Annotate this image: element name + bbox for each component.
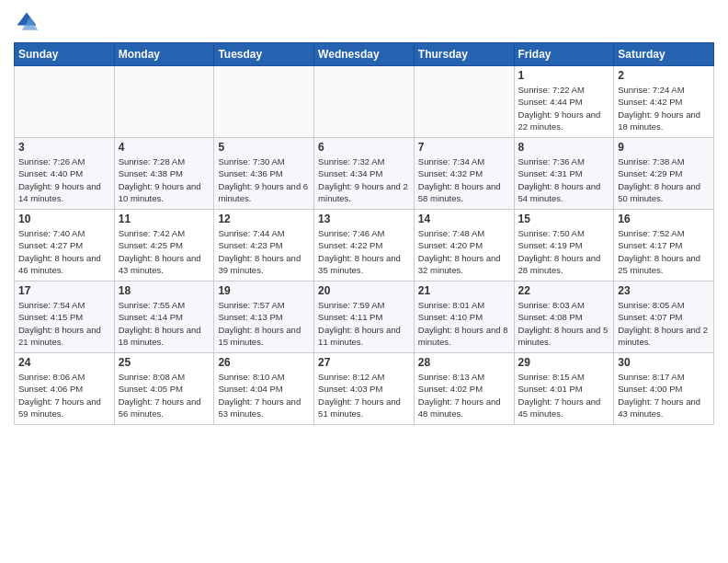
day-info: Sunrise: 7:32 AM Sunset: 4:34 PM Dayligh…	[318, 155, 410, 204]
day-cell: 26Sunrise: 8:10 AM Sunset: 4:04 PM Dayli…	[214, 353, 314, 425]
day-number: 28	[418, 356, 510, 369]
day-info: Sunrise: 7:24 AM Sunset: 4:42 PM Dayligh…	[618, 84, 710, 132]
day-cell: 25Sunrise: 8:08 AM Sunset: 4:05 PM Dayli…	[114, 353, 214, 425]
calendar-header-row: SundayMondayTuesdayWednesdayThursdayFrid…	[15, 43, 714, 66]
day-cell: 20Sunrise: 7:59 AM Sunset: 4:11 PM Dayli…	[314, 282, 415, 353]
day-info: Sunrise: 7:50 AM Sunset: 4:19 PM Dayligh…	[518, 227, 610, 276]
day-info: Sunrise: 7:54 AM Sunset: 4:15 PM Dayligh…	[18, 299, 110, 348]
day-number: 27	[318, 356, 410, 369]
day-number: 14	[418, 213, 510, 225]
week-row-2: 3Sunrise: 7:26 AM Sunset: 4:40 PM Daylig…	[15, 138, 714, 210]
week-row-3: 10Sunrise: 7:40 AM Sunset: 4:27 PM Dayli…	[15, 210, 714, 282]
day-number: 18	[119, 284, 210, 297]
day-info: Sunrise: 8:03 AM Sunset: 4:08 PM Dayligh…	[518, 299, 610, 348]
day-number: 12	[218, 213, 310, 225]
day-cell: 16Sunrise: 7:52 AM Sunset: 4:17 PM Dayli…	[614, 210, 714, 282]
day-number: 15	[518, 213, 610, 225]
day-cell	[314, 66, 415, 138]
day-info: Sunrise: 7:46 AM Sunset: 4:22 PM Dayligh…	[318, 227, 410, 276]
day-number: 3	[18, 141, 110, 154]
col-header-sunday: Sunday	[15, 43, 115, 66]
week-row-1: 1Sunrise: 7:22 AM Sunset: 4:44 PM Daylig…	[15, 66, 714, 138]
day-cell	[114, 66, 214, 138]
day-number: 11	[119, 213, 210, 225]
day-number: 7	[418, 141, 510, 154]
day-cell: 13Sunrise: 7:46 AM Sunset: 4:22 PM Dayli…	[314, 210, 415, 282]
day-cell: 18Sunrise: 7:55 AM Sunset: 4:14 PM Dayli…	[114, 282, 214, 353]
col-header-thursday: Thursday	[414, 43, 514, 66]
day-cell: 30Sunrise: 8:17 AM Sunset: 4:00 PM Dayli…	[614, 353, 714, 425]
day-number: 1	[518, 69, 610, 82]
day-cell: 22Sunrise: 8:03 AM Sunset: 4:08 PM Dayli…	[514, 282, 614, 353]
col-header-wednesday: Wednesday	[314, 43, 415, 66]
day-cell: 14Sunrise: 7:48 AM Sunset: 4:20 PM Dayli…	[414, 210, 514, 282]
day-info: Sunrise: 8:06 AM Sunset: 4:06 PM Dayligh…	[18, 371, 110, 419]
day-cell: 5Sunrise: 7:30 AM Sunset: 4:36 PM Daylig…	[214, 138, 314, 210]
day-info: Sunrise: 8:05 AM Sunset: 4:07 PM Dayligh…	[618, 299, 710, 348]
day-cell: 10Sunrise: 7:40 AM Sunset: 4:27 PM Dayli…	[15, 210, 115, 282]
day-cell: 6Sunrise: 7:32 AM Sunset: 4:34 PM Daylig…	[314, 138, 415, 210]
day-number: 26	[218, 356, 310, 369]
day-number: 6	[318, 141, 410, 154]
day-number: 4	[119, 141, 210, 154]
day-number: 5	[218, 141, 310, 154]
day-info: Sunrise: 7:36 AM Sunset: 4:31 PM Dayligh…	[518, 155, 610, 204]
day-cell: 1Sunrise: 7:22 AM Sunset: 4:44 PM Daylig…	[514, 66, 614, 138]
day-info: Sunrise: 7:28 AM Sunset: 4:38 PM Dayligh…	[119, 155, 210, 204]
day-number: 17	[18, 284, 110, 297]
header	[14, 9, 714, 35]
day-cell: 7Sunrise: 7:34 AM Sunset: 4:32 PM Daylig…	[414, 138, 514, 210]
day-info: Sunrise: 7:42 AM Sunset: 4:25 PM Dayligh…	[119, 227, 210, 276]
day-number: 30	[618, 356, 710, 369]
day-info: Sunrise: 7:52 AM Sunset: 4:17 PM Dayligh…	[618, 227, 710, 276]
day-cell: 11Sunrise: 7:42 AM Sunset: 4:25 PM Dayli…	[114, 210, 214, 282]
day-info: Sunrise: 7:48 AM Sunset: 4:20 PM Dayligh…	[418, 227, 510, 276]
day-cell: 3Sunrise: 7:26 AM Sunset: 4:40 PM Daylig…	[15, 138, 115, 210]
day-info: Sunrise: 7:57 AM Sunset: 4:13 PM Dayligh…	[218, 299, 310, 348]
day-number: 8	[518, 141, 610, 154]
day-info: Sunrise: 7:59 AM Sunset: 4:11 PM Dayligh…	[318, 299, 410, 348]
day-cell	[214, 66, 314, 138]
day-number: 22	[518, 284, 610, 297]
day-cell: 19Sunrise: 7:57 AM Sunset: 4:13 PM Dayli…	[214, 282, 314, 353]
day-cell: 15Sunrise: 7:50 AM Sunset: 4:19 PM Dayli…	[514, 210, 614, 282]
day-info: Sunrise: 7:26 AM Sunset: 4:40 PM Dayligh…	[18, 155, 110, 204]
col-header-monday: Monday	[114, 43, 214, 66]
day-number: 23	[618, 284, 710, 297]
page-container: SundayMondayTuesdayWednesdayThursdayFrid…	[0, 0, 728, 430]
day-number: 10	[18, 213, 110, 225]
day-number: 24	[18, 356, 110, 369]
day-number: 29	[518, 356, 610, 369]
day-cell: 9Sunrise: 7:38 AM Sunset: 4:29 PM Daylig…	[614, 138, 714, 210]
day-cell: 24Sunrise: 8:06 AM Sunset: 4:06 PM Dayli…	[15, 353, 115, 425]
day-cell: 28Sunrise: 8:13 AM Sunset: 4:02 PM Dayli…	[414, 353, 514, 425]
day-number: 20	[318, 284, 410, 297]
day-info: Sunrise: 7:55 AM Sunset: 4:14 PM Dayligh…	[119, 299, 210, 348]
day-info: Sunrise: 7:30 AM Sunset: 4:36 PM Dayligh…	[218, 155, 310, 204]
day-cell: 29Sunrise: 8:15 AM Sunset: 4:01 PM Dayli…	[514, 353, 614, 425]
day-number: 2	[618, 69, 710, 82]
day-info: Sunrise: 7:22 AM Sunset: 4:44 PM Dayligh…	[518, 84, 610, 132]
day-info: Sunrise: 8:10 AM Sunset: 4:04 PM Dayligh…	[218, 371, 310, 419]
day-cell: 21Sunrise: 8:01 AM Sunset: 4:10 PM Dayli…	[414, 282, 514, 353]
col-header-saturday: Saturday	[614, 43, 714, 66]
day-number: 25	[119, 356, 210, 369]
day-cell: 17Sunrise: 7:54 AM Sunset: 4:15 PM Dayli…	[15, 282, 115, 353]
day-number: 21	[418, 284, 510, 297]
day-cell	[15, 66, 115, 138]
day-cell: 27Sunrise: 8:12 AM Sunset: 4:03 PM Dayli…	[314, 353, 415, 425]
col-header-tuesday: Tuesday	[214, 43, 314, 66]
day-info: Sunrise: 8:01 AM Sunset: 4:10 PM Dayligh…	[418, 299, 510, 348]
day-info: Sunrise: 8:08 AM Sunset: 4:05 PM Dayligh…	[119, 371, 210, 419]
col-header-friday: Friday	[514, 43, 614, 66]
day-cell: 8Sunrise: 7:36 AM Sunset: 4:31 PM Daylig…	[514, 138, 614, 210]
day-info: Sunrise: 8:13 AM Sunset: 4:02 PM Dayligh…	[418, 371, 510, 419]
day-cell	[414, 66, 514, 138]
day-number: 9	[618, 141, 710, 154]
day-cell: 12Sunrise: 7:44 AM Sunset: 4:23 PM Dayli…	[214, 210, 314, 282]
day-cell: 4Sunrise: 7:28 AM Sunset: 4:38 PM Daylig…	[114, 138, 214, 210]
day-info: Sunrise: 8:17 AM Sunset: 4:00 PM Dayligh…	[618, 371, 710, 419]
week-row-4: 17Sunrise: 7:54 AM Sunset: 4:15 PM Dayli…	[15, 282, 714, 353]
calendar-table: SundayMondayTuesdayWednesdayThursdayFrid…	[14, 42, 714, 425]
logo	[14, 9, 43, 35]
